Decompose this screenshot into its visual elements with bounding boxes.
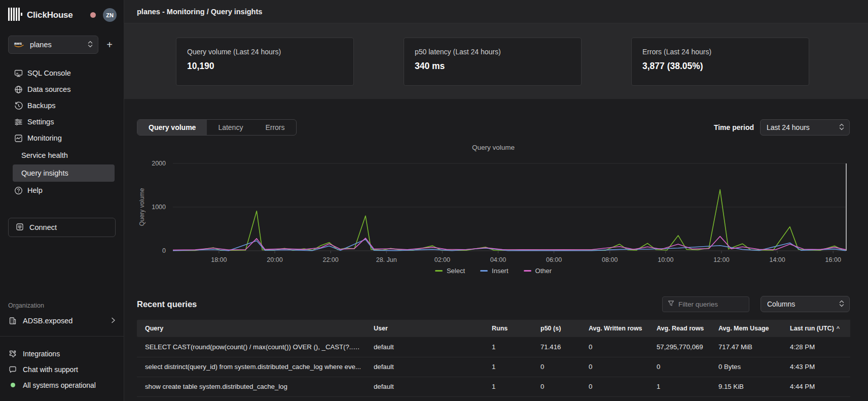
- chart-tabs: Query volume Latency Errors: [137, 119, 297, 136]
- legend-item-other[interactable]: Other: [524, 267, 552, 275]
- stat-card-query-volume: Query volume (Last 24 hours) 10,190: [176, 38, 354, 86]
- table-row[interactable]: SELECT CAST(round(pow(count() / max(coun…: [137, 337, 850, 357]
- series-other: [173, 237, 846, 250]
- legend-item-select[interactable]: Select: [435, 267, 465, 275]
- aws-icon: aws: [14, 41, 25, 49]
- columns-select-value: Columns: [767, 300, 795, 308]
- filter-queries-input[interactable]: [678, 300, 744, 308]
- stat-value: 340 ms: [415, 61, 570, 72]
- sidebar-footer: Integrations Chat with support All syste…: [0, 337, 124, 401]
- footer-item-label: Chat with support: [23, 365, 78, 374]
- table-cell: 0: [581, 377, 648, 396]
- recent-queries-title: Recent queries: [137, 299, 197, 309]
- organization-label: Organization: [8, 302, 116, 309]
- legend-label: Insert: [492, 267, 509, 275]
- sidebar-header: ClickHouse ZN: [0, 0, 124, 22]
- avatar[interactable]: ZN: [103, 8, 117, 22]
- console-icon: [14, 69, 23, 78]
- table-head: QueryUserRunsp50 (s)Avg. Written rowsAvg…: [137, 320, 850, 337]
- content: Query volume Latency Errors Time period …: [124, 99, 868, 401]
- table-row[interactable]: show create table system.distributed_cac…: [137, 377, 850, 396]
- columns-select[interactable]: Columns: [761, 296, 850, 312]
- table-cell: show create table system.distributed_cac…: [137, 377, 366, 396]
- table-cell: 4:44 PM: [782, 377, 850, 396]
- sidebar-item-chat-support[interactable]: Chat with support: [8, 361, 116, 377]
- stat-value: 3,877 (38.05%): [642, 61, 798, 72]
- sidebar-item-settings[interactable]: Settings: [0, 114, 124, 130]
- sidebar-item-query-insights[interactable]: Query insights: [13, 164, 115, 182]
- column-header[interactable]: Runs: [484, 320, 532, 337]
- table-cell: 9.15 KiB: [710, 377, 782, 396]
- service-select-value: planes: [30, 41, 52, 49]
- puzzle-icon: [8, 350, 17, 358]
- svg-text:aws: aws: [14, 41, 22, 46]
- backups-icon: [14, 102, 23, 110]
- service-select[interactable]: aws planes: [8, 36, 98, 54]
- connect-button[interactable]: Connect: [8, 218, 116, 237]
- table-cell: 0: [581, 337, 648, 357]
- stat-card-errors: Errors (Last 24 hours) 3,877 (38.05%): [631, 38, 809, 86]
- column-header[interactable]: Avg. Written rows: [581, 320, 648, 337]
- footer-item-label: Integrations: [23, 350, 60, 358]
- chevron-updown-icon: [839, 123, 844, 132]
- table-row[interactable]: select distrinct(query_id) from system.d…: [137, 357, 850, 377]
- app: ClickHouse ZN aws planes +: [0, 0, 868, 401]
- x-tick-label: 06:00: [546, 256, 562, 263]
- sidebar-item-backups[interactable]: Backups: [0, 97, 124, 114]
- add-service-button[interactable]: +: [103, 40, 116, 50]
- data-sources-icon: [14, 85, 23, 94]
- stat-card-p50-latency: p50 latency (Last 24 hours) 340 ms: [404, 38, 582, 86]
- x-tick-label: 18:00: [211, 256, 227, 263]
- status-dot-icon: [8, 383, 17, 387]
- series-select: [173, 190, 846, 251]
- sidebar-item-sql-console[interactable]: SQL Console: [0, 65, 124, 81]
- x-tick-label: 02:00: [435, 256, 450, 263]
- funnel-icon: [668, 300, 674, 308]
- organization-icon: [8, 317, 17, 325]
- table-cell: select distrinct(query_id) from system.d…: [137, 357, 366, 377]
- connect-icon: [16, 223, 24, 232]
- legend-swatch: [435, 270, 443, 272]
- notification-dot[interactable]: [90, 12, 96, 18]
- table-cell: 1: [484, 377, 532, 396]
- column-header[interactable]: User: [366, 320, 484, 337]
- column-header[interactable]: Query: [137, 320, 366, 337]
- sidebar-item-help[interactable]: Help: [0, 182, 124, 198]
- organization-item[interactable]: ADSB.exposed: [8, 317, 116, 325]
- column-header[interactable]: Avg. Mem Usage: [710, 320, 782, 337]
- column-header[interactable]: Avg. Read rows: [648, 320, 710, 337]
- stat-label: p50 latency (Last 24 hours): [415, 48, 570, 56]
- column-header[interactable]: Last run (UTC)^: [782, 320, 850, 337]
- tab-errors[interactable]: Errors: [254, 120, 296, 135]
- help-icon: [14, 186, 23, 195]
- y-tick-label: 2000: [152, 160, 166, 167]
- system-status-item[interactable]: All systems operational: [8, 377, 116, 393]
- table-cell: 0: [532, 377, 581, 396]
- sidebar-item-data-sources[interactable]: Data sources: [0, 81, 124, 97]
- sidebar-nav: SQL Console Data sources Backups: [0, 65, 124, 198]
- table-cell: default: [366, 337, 484, 357]
- legend-item-insert[interactable]: Insert: [480, 267, 509, 275]
- table-cell: 0: [532, 357, 581, 377]
- x-tick-label: 08:00: [602, 256, 618, 263]
- sidebar-item-service-health[interactable]: Service health: [13, 147, 115, 164]
- query-volume-chart[interactable]: 010002000Query volume18:0020:0022:0028. …: [137, 155, 850, 264]
- system-status-label: All systems operational: [23, 381, 96, 389]
- y-axis-label: Query volume: [138, 188, 146, 226]
- organization-section: Organization ADSB.exposed: [0, 302, 124, 325]
- time-period-select[interactable]: Last 24 hours: [760, 119, 850, 136]
- x-tick-label: 20:00: [267, 256, 282, 263]
- sidebar-item-label: Service health: [21, 151, 68, 159]
- table-cell: 0: [648, 357, 710, 377]
- legend-label: Select: [447, 267, 465, 275]
- clickhouse-logo-icon: [8, 8, 22, 22]
- sidebar-item-monitoring[interactable]: Monitoring: [0, 130, 124, 146]
- column-header[interactable]: p50 (s): [532, 320, 581, 337]
- x-tick-label: 28. Jun: [376, 256, 397, 263]
- sidebar-item-integrations[interactable]: Integrations: [8, 346, 116, 361]
- table-cell: default: [366, 377, 484, 396]
- tab-latency[interactable]: Latency: [207, 120, 254, 135]
- tab-query-volume[interactable]: Query volume: [137, 120, 207, 135]
- chart-legend: SelectInsertOther: [137, 267, 850, 275]
- chart-area: Query volume 010002000Query volume18:002…: [137, 144, 850, 275]
